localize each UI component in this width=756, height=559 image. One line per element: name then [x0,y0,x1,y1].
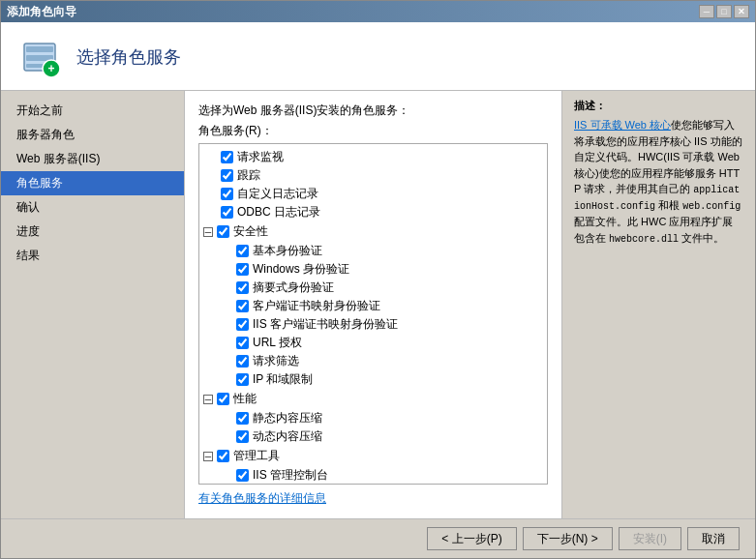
description-panel: 描述： IIS 可承载 Web 核心使您能够写入将承载您的应用程序核心 IIS … [561,91,755,518]
checkbox-iis-console[interactable] [236,469,249,482]
checkbox-url-auth[interactable] [236,337,249,349]
info-link-area: 有关角色服务的详细信息 [198,490,548,507]
list-item: IIS 客户端证书映射身份验证 [199,315,547,334]
sidebar-item-server-roles[interactable]: 服务器角色 [1,123,184,147]
code-ref-3: hwebcore.dll [609,234,679,245]
next-button[interactable]: 下一步(N) > [523,527,613,550]
item-label: 基本身份验证 [253,243,322,259]
checkbox-trace[interactable] [221,169,233,182]
list-item: IIS 管理控制台 [199,466,547,485]
main-window: 添加角色向导 ─ □ ✕ + 选择角色服务 开始之前 服务器角 [0,0,756,559]
sidebar-item-results[interactable]: 结果 [1,244,184,268]
list-item: 摘要式身份验证 [199,279,547,297]
minimize-button[interactable]: ─ [699,5,714,18]
install-button[interactable]: 安装(I) [619,527,681,550]
footer: < 上一步(P) 下一步(N) > 安装(I) 取消 [1,518,755,558]
checkbox-dynamic-compress[interactable] [236,430,249,443]
group-mgmt-tools: ─ 管理工具 [199,446,547,466]
list-item: 请求监视 [199,148,547,166]
list-item: 基本身份验证 [199,242,547,260]
list-item: Windows 身份验证 [199,260,547,279]
list-item: 自定义日志记录 [199,185,547,203]
body-area: 开始之前 服务器角色 Web 服务器(IIS) 角色服务 确认 进度 结果 选择… [1,91,755,518]
checklist-label: 角色服务(R)： [198,123,548,139]
content-instruction: 选择为Web 服务器(IIS)安装的角色服务： [198,103,548,119]
group-label: 管理工具 [233,448,280,464]
code-ref-2: web.config [682,201,741,212]
checkbox-mgmt-group[interactable] [217,450,229,462]
title-bar-buttons: ─ □ ✕ [699,5,749,18]
checkbox-custom-log[interactable] [221,188,233,200]
checkbox-request-filter[interactable] [236,355,249,368]
item-label: 动态内容压缩 [253,428,322,445]
item-label: 静态内容压缩 [253,410,322,427]
list-item: 客户端证书映射身份验证 [199,297,547,315]
group-toggle-performance[interactable]: ─ [203,395,213,404]
group-toggle-mgmt[interactable]: ─ [203,452,213,461]
list-item: IP 和域限制 [199,370,547,389]
checkbox-performance-group[interactable] [217,393,229,405]
content-area: 选择为Web 服务器(IIS)安装的角色服务： 角色服务(R)： 请求监视 跟踪 [185,91,561,518]
item-label: 摘要式身份验证 [253,280,334,296]
description-body: IIS 可承载 Web 核心使您能够写入将承载您的应用程序核心 IIS 功能的自… [574,117,743,247]
checkbox-digest-auth[interactable] [236,281,249,294]
sidebar: 开始之前 服务器角色 Web 服务器(IIS) 角色服务 确认 进度 结果 [1,91,185,518]
wizard-icon: + [16,34,63,80]
checkbox-client-cert-map[interactable] [236,300,249,312]
item-label: Windows 身份验证 [253,261,349,278]
item-label: IP 和域限制 [253,371,313,388]
group-toggle-security[interactable]: ─ [203,227,213,237]
item-label: IIS 管理控制台 [253,467,328,484]
item-label: IIS 客户端证书映射身份验证 [253,316,398,333]
group-label: 性能 [233,391,257,407]
group-label: 安全性 [233,223,268,240]
svg-text:+: + [47,62,54,75]
list-item: 静态内容压缩 [199,409,547,427]
group-security: ─ 安全性 [199,221,547,242]
list-item: 动态内容压缩 [199,427,547,446]
list-item: 请求筛选 [199,352,547,370]
wizard-page-title: 选择角色服务 [76,45,181,69]
checkbox-basic-auth[interactable] [236,245,249,257]
list-item: 跟踪 [199,166,547,185]
sidebar-item-web-server[interactable]: Web 服务器(IIS) [1,147,184,171]
close-button[interactable]: ✕ [734,5,749,18]
item-label: 请求监视 [237,149,284,165]
item-label: ODBC 日志记录 [237,204,320,221]
sidebar-item-confirm[interactable]: 确认 [1,195,184,220]
list-item: ODBC 日志记录 [199,203,547,221]
item-label: URL 授权 [253,335,302,351]
group-performance: ─ 性能 [199,389,547,409]
checkbox-iis-cert-map[interactable] [236,318,249,331]
item-label: 跟踪 [237,167,260,184]
header-area: + 选择角色服务 [1,22,755,91]
item-label: 自定义日志记录 [237,186,318,202]
sidebar-item-progress[interactable]: 进度 [1,220,184,244]
window-title: 添加角色向导 [7,4,76,20]
sidebar-item-role-services[interactable]: 角色服务 [1,171,184,195]
list-item: URL 授权 [199,334,547,352]
checklist-container[interactable]: 请求监视 跟踪 自定义日志记录 ODBC 日志记录 [198,143,548,485]
item-label: 客户端证书映射身份验证 [253,298,380,314]
detail-info-link[interactable]: 有关角色服务的详细信息 [198,491,326,505]
item-label: 请求筛选 [253,353,299,369]
description-title: 描述： [574,99,743,113]
checkbox-windows-auth[interactable] [236,263,249,276]
cancel-button[interactable]: 取消 [687,527,740,550]
checkbox-security-group[interactable] [217,225,229,238]
desc-link[interactable]: IIS 可承载 Web 核心 [574,119,671,131]
checkbox-ip-domain[interactable] [236,373,249,386]
sidebar-item-start[interactable]: 开始之前 [1,99,184,123]
svg-rect-1 [26,46,53,52]
checkbox-static-compress[interactable] [236,412,249,425]
checkbox-request-monitor[interactable] [221,151,233,163]
checkbox-odbc-log[interactable] [221,206,233,219]
title-bar: 添加角色向导 ─ □ ✕ [1,1,755,22]
prev-button[interactable]: < 上一步(P) [427,527,516,550]
maximize-button[interactable]: □ [716,5,732,18]
